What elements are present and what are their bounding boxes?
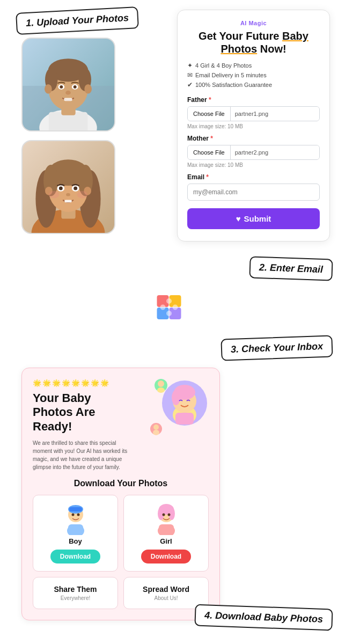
spread-word-label: Spread Word — [129, 585, 203, 594]
svg-point-60 — [71, 514, 74, 516]
svg-point-49 — [172, 390, 180, 405]
heart-icon: ♥ — [236, 214, 241, 223]
svg-point-32 — [74, 187, 77, 191]
svg-point-53 — [157, 387, 165, 393]
boy-download-button[interactable]: Download — [50, 550, 100, 564]
father-file-input[interactable]: Choose File partner1.png — [187, 106, 320, 121]
svg-point-33 — [66, 193, 70, 196]
email-body: We are thrilled to share this special mo… — [33, 439, 129, 471]
female-photo — [21, 140, 115, 234]
svg-point-43 — [173, 305, 178, 310]
svg-point-9 — [45, 84, 52, 94]
svg-rect-59 — [69, 507, 82, 511]
share-them-item: Share Them Everywhere! — [33, 577, 118, 609]
svg-point-10 — [84, 84, 92, 94]
boy-label: Boy — [39, 537, 112, 545]
email-title: Your Baby Photos Are Ready! — [33, 391, 129, 434]
svg-point-44 — [166, 311, 172, 316]
girl-download-item: Girl Download — [123, 495, 209, 572]
email-preview-card: 🌟🌟🌟🌟🌟🌟🌟🌟 Your Baby Photos Are Ready! We … — [21, 368, 220, 620]
share-them-sub: Everywhere! — [39, 595, 112, 601]
father-choose-file-button[interactable]: Choose File — [188, 107, 231, 121]
svg-point-36 — [77, 191, 88, 199]
email-input[interactable] — [187, 184, 320, 201]
spread-word-item: Spread Word About Us! — [123, 577, 209, 609]
photos-left — [21, 38, 115, 234]
father-label: Father * — [187, 96, 320, 104]
step-3-label: 3. Check Your Inbox — [221, 335, 333, 361]
download-grid: Boy Download Girl Download — [33, 495, 209, 609]
submit-button[interactable]: ♥ Submit — [187, 208, 320, 229]
baby-small-top — [153, 378, 168, 395]
share-them-label: Share Them — [39, 585, 112, 594]
email-icon: ✉ — [187, 71, 193, 79]
boy-download-item: Boy Download — [33, 495, 118, 572]
mother-label: Mother * — [187, 135, 320, 142]
step-4-label: 4. Download Baby Photos — [194, 604, 333, 631]
svg-rect-50 — [175, 413, 194, 425]
check-icon: ✔ — [187, 81, 193, 89]
mother-choose-file-button[interactable]: Choose File — [188, 145, 231, 159]
mother-file-input[interactable]: Choose File partner2.png — [187, 145, 320, 160]
svg-point-56 — [153, 430, 159, 435]
svg-point-15 — [65, 91, 71, 95]
svg-point-41 — [166, 298, 172, 304]
father-max-size: Max image size: 10 MB — [187, 123, 320, 129]
baby-small-bottom — [149, 422, 163, 438]
spread-word-sub: About Us! — [129, 595, 203, 601]
svg-point-61 — [77, 514, 79, 516]
form-card: AI Magic Get Your Future Baby Photos Now… — [177, 10, 330, 241]
feature-1: 4 Girl & 4 Boy Photos — [195, 62, 252, 69]
submit-label: Submit — [244, 214, 271, 223]
svg-point-42 — [160, 305, 166, 310]
feature-3: 100% Satisfaction Guarantee — [195, 82, 272, 88]
feature-list: ✦ 4 Girl & 4 Boy Photos ✉ Email Delivery… — [187, 62, 320, 89]
svg-rect-63 — [68, 524, 83, 534]
form-headline: Get Your Future Baby Photos Now! — [187, 30, 320, 55]
svg-point-55 — [153, 425, 159, 430]
svg-point-13 — [60, 85, 63, 89]
step-1-label: 1. Upload Your Photos — [16, 6, 139, 35]
svg-point-52 — [158, 380, 164, 387]
ai-puzzle-icon — [155, 292, 184, 327]
svg-rect-16 — [64, 98, 72, 101]
download-heading: Download Your Photos — [33, 479, 209, 488]
star-icon: ✦ — [187, 62, 193, 69]
girl-label: Girl — [129, 537, 203, 545]
svg-point-35 — [49, 191, 60, 199]
male-photo — [21, 38, 115, 131]
mother-file-name: partner2.png — [231, 145, 319, 159]
ai-magic-label: AI Magic — [187, 20, 320, 26]
girl-download-button[interactable]: Download — [141, 550, 191, 564]
step-2-label: 2. Enter Email — [249, 256, 333, 281]
svg-point-31 — [59, 187, 63, 191]
feature-2: Email Delivery in 5 minutes — [195, 72, 267, 78]
father-file-name: partner1.png — [231, 107, 319, 121]
email-label: Email * — [187, 173, 320, 181]
svg-rect-34 — [64, 200, 72, 202]
mother-max-size: Max image size: 10 MB — [187, 162, 320, 168]
svg-rect-71 — [159, 524, 174, 534]
svg-point-68 — [162, 514, 165, 516]
svg-point-14 — [74, 85, 77, 89]
svg-point-69 — [167, 514, 170, 516]
